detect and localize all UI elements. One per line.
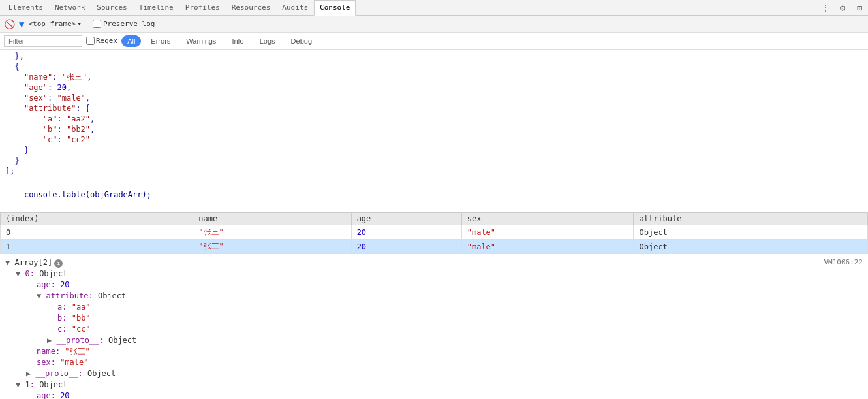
code-line: ]; — [0, 166, 868, 176]
tree-key: __proto__: — [35, 368, 87, 379]
regex-label: Regex — [86, 37, 117, 45]
cell-age: 20 — [351, 225, 461, 240]
cell-age: 20 — [351, 240, 461, 254]
cell-name: "张三" — [193, 225, 351, 240]
tree-val: Object — [87, 368, 116, 379]
console-toolbar: 🚫 ▼ <top frame> ▾ Preserve log — [0, 16, 868, 33]
frame-selector[interactable]: <top frame> ▾ — [28, 20, 81, 28]
code-line: }, — [0, 51, 868, 61]
filter-debug-button[interactable]: Debug — [285, 35, 318, 47]
cell-sex: "male" — [461, 240, 634, 254]
tree-item-attribute[interactable]: ▼ attribute: Object — [5, 291, 863, 302]
tree-item-0[interactable]: ▼ 0: Object — [5, 268, 863, 279]
tab-sources[interactable]: Sources — [91, 0, 132, 16]
clear-icon[interactable]: 🚫 — [4, 19, 15, 29]
cell-index: 0 — [1, 225, 193, 240]
code-line: "c": "cc2" — [0, 135, 868, 145]
tree-val: "张三" — [65, 346, 89, 357]
console-command: console.table(objGradeArr); — [0, 178, 868, 211]
settings-icon[interactable]: ⚙ — [837, 2, 848, 14]
console-table: (index) name age sex attribute 0 "张三" 20… — [0, 212, 868, 254]
col-name: name — [193, 213, 351, 225]
tree-val: Object — [98, 291, 126, 302]
info-icon: i — [54, 259, 63, 268]
tree-val: "bb" — [72, 313, 91, 324]
tab-elements[interactable]: Elements — [3, 0, 49, 16]
code-line: { — [0, 61, 868, 72]
filter-logs-button[interactable]: Logs — [254, 35, 281, 47]
expand-icon[interactable]: ▶ — [26, 368, 35, 379]
tree-item-a: a: "aa" — [5, 302, 863, 313]
expand-icon[interactable]: ▼ — [37, 291, 46, 302]
tree-key: attribute: — [46, 291, 97, 302]
regex-checkbox[interactable] — [86, 37, 95, 45]
tree-view: ▼ Array[2] i VM1006:22 ▼ 0: Object age: … — [0, 255, 868, 399]
cell-sex: "male" — [461, 225, 634, 240]
cell-attribute: Object — [634, 240, 868, 254]
filter-row: Regex All Errors Warnings Info Logs Debu… — [0, 33, 868, 50]
table-row[interactable]: 1 "张三" 20 "male" Object — [1, 240, 868, 254]
undock-icon[interactable]: ⊞ — [854, 2, 865, 14]
tree-key: age: — [37, 279, 60, 291]
tab-audits[interactable]: Audits — [276, 0, 314, 16]
console-table-container: (index) name age sex attribute 0 "张三" 20… — [0, 211, 868, 255]
tree-root[interactable]: ▼ Array[2] i — [5, 257, 63, 268]
code-line: "attribute": { — [0, 103, 868, 114]
tree-val: "male" — [60, 357, 88, 368]
cell-index: 1 — [1, 240, 193, 254]
devtools-icons: ⋮ ⚙ ⊞ — [820, 2, 865, 14]
tab-profiles[interactable]: Profiles — [179, 0, 226, 16]
tree-root-label: Array[2] — [14, 257, 52, 268]
filter-info-button[interactable]: Info — [226, 35, 249, 47]
code-line: "age": 20, — [0, 82, 868, 93]
preserve-log-checkbox[interactable] — [93, 20, 101, 28]
tree-item-proto1[interactable]: ▶ __proto__: Object — [5, 335, 863, 346]
tree-key: name: — [37, 346, 65, 357]
tree-key: __proto__: — [56, 335, 108, 346]
filter-warnings-button[interactable]: Warnings — [180, 35, 222, 47]
col-attribute: attribute — [634, 213, 868, 225]
col-index: (index) — [1, 213, 193, 225]
code-line: } — [0, 145, 868, 155]
tree-val: 20 — [60, 279, 69, 291]
preserve-log-label: Preserve log — [93, 20, 155, 28]
dock-icon[interactable]: ⋮ — [820, 2, 831, 14]
filter-errors-button[interactable]: Errors — [145, 35, 176, 47]
col-sex: sex — [461, 213, 634, 225]
tree-val: Object — [39, 379, 67, 391]
expand-icon[interactable]: ▼ — [5, 257, 14, 268]
col-age: age — [351, 213, 461, 225]
tree-val: Object — [108, 335, 136, 346]
devtools-tabbar: Elements Network Sources Timeline Profil… — [0, 0, 868, 16]
tab-timeline[interactable]: Timeline — [133, 0, 179, 16]
toolbar-divider — [87, 19, 87, 29]
tree-item-proto2[interactable]: ▶ __proto__: Object — [5, 368, 863, 379]
expand-icon[interactable]: ▼ — [16, 268, 25, 279]
filter-input[interactable] — [4, 35, 82, 47]
tree-item-age2: age: 20 — [5, 391, 863, 399]
table-row[interactable]: 0 "张三" 20 "male" Object — [1, 225, 868, 240]
code-line: "a": "aa2", — [0, 114, 868, 124]
tab-network[interactable]: Network — [49, 0, 91, 16]
tab-resources[interactable]: Resources — [226, 0, 277, 16]
tree-item-age: age: 20 — [5, 279, 863, 291]
tree-item-name: name: "张三" — [5, 346, 863, 357]
tree-key: 0: — [25, 268, 39, 279]
tree-val: Object — [39, 268, 67, 279]
tree-key: age: — [37, 391, 60, 399]
filter-icon[interactable]: ▼ — [19, 19, 24, 29]
tab-console[interactable]: Console — [314, 0, 356, 16]
table-header-row: (index) name age sex attribute — [1, 213, 868, 225]
frame-chevron-icon: ▾ — [77, 20, 82, 28]
tree-key: b: — [57, 313, 72, 324]
filter-all-button[interactable]: All — [121, 35, 141, 47]
expand-icon[interactable]: ▶ — [47, 335, 56, 346]
tree-item-1[interactable]: ▼ 1: Object — [5, 379, 863, 391]
code-line: "sex": "male", — [0, 93, 868, 103]
code-line: "b": "bb2", — [0, 124, 868, 135]
code-line: "name": "张三", — [0, 72, 868, 82]
tree-item-sex: sex: "male" — [5, 357, 863, 368]
cell-attribute: Object — [634, 225, 868, 240]
cell-name: "张三" — [193, 240, 351, 254]
expand-icon[interactable]: ▼ — [16, 379, 25, 391]
